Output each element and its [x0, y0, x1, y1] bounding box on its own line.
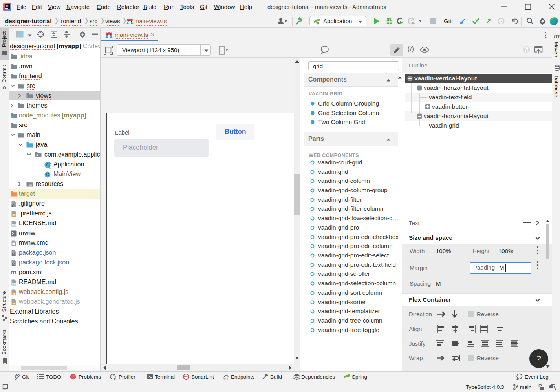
svg-text:JS: JS: [13, 302, 16, 305]
svg-text:C: C: [46, 173, 49, 177]
svg-text:MD: MD: [12, 224, 16, 226]
svg-text:MD: MD: [12, 283, 16, 285]
svg-text:JS: JS: [13, 292, 16, 295]
svg-text:{}: {}: [13, 253, 15, 256]
svg-text:JS: JS: [13, 214, 16, 217]
svg-text:C: C: [46, 163, 49, 167]
svg-text:{}: {}: [13, 263, 15, 266]
